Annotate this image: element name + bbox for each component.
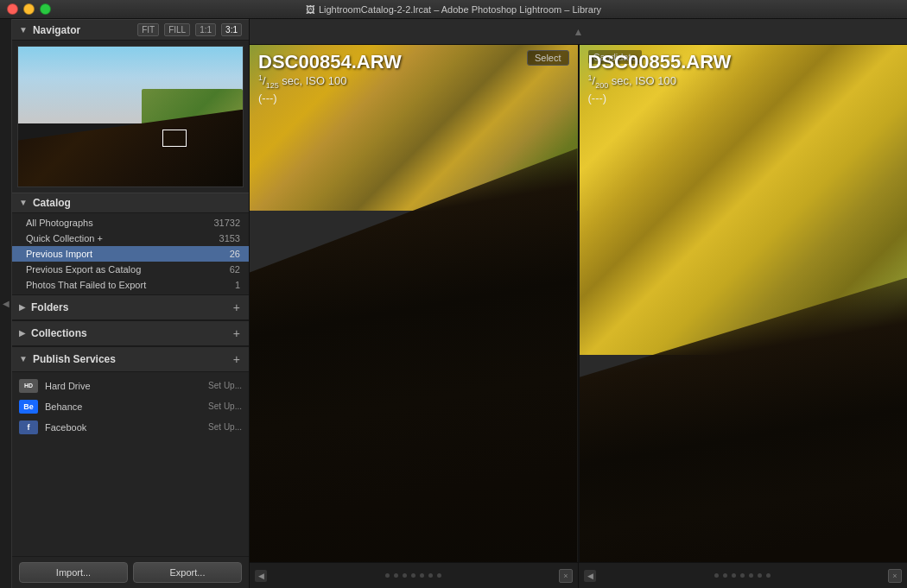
- left-photo-image: DSC00854.ARW 1/125 sec, ISO 100 (---) Se…: [250, 45, 578, 562]
- left-meta-shutter: 1/125 sec, ISO 100: [258, 73, 402, 92]
- strip-dot: [749, 573, 753, 578]
- facebook-icon: f: [19, 420, 38, 434]
- catalog-section: ▼ Catalog All Photographs 31732 Quick Co…: [12, 193, 249, 294]
- top-bar: ▲: [250, 19, 907, 45]
- collections-header[interactable]: ▶ Collections +: [12, 321, 249, 346]
- catalog-title: Catalog: [33, 197, 242, 209]
- catalog-triangle-icon: ▼: [19, 198, 28, 207]
- collections-triangle-icon: ▶: [19, 328, 26, 338]
- left-strip-panel: ◀ ×: [250, 562, 578, 588]
- left-photo-panel: DSC00854.ARW 1/125 sec, ISO 100 (---) Se…: [250, 45, 578, 562]
- navigator-preview[interactable]: [17, 46, 244, 187]
- facebook-setup-btn[interactable]: Set Up...: [208, 422, 242, 432]
- catalog-quick-label: Quick Collection +: [26, 233, 219, 243]
- collections-title: Collections: [31, 327, 232, 339]
- left-earth: [250, 149, 578, 562]
- harddrive-setup-btn[interactable]: Set Up...: [208, 381, 242, 390]
- catalog-failed-count: 1: [235, 280, 240, 290]
- navigator-triangle-icon: ▼: [19, 25, 28, 35]
- preview-image: [18, 47, 243, 187]
- left-strip-dots: [270, 573, 555, 578]
- sidebar: ▼ Navigator FIT FILL 1:1 3:1 ▼: [12, 19, 250, 588]
- folders-triangle-icon: ▶: [19, 302, 26, 312]
- collapse-arrow-icon: ◀: [3, 299, 10, 308]
- strip-dot: [394, 573, 398, 578]
- right-strip-close-button[interactable]: ×: [888, 569, 902, 583]
- strip-dot: [403, 573, 407, 578]
- left-strip-expand-icon[interactable]: ◀: [255, 570, 267, 582]
- harddrive-label: Hard Drive: [45, 381, 208, 391]
- compare-area: DSC00854.ARW 1/125 sec, ISO 100 (---) Se…: [250, 45, 907, 562]
- expand-icon: ▲: [574, 26, 584, 38]
- catalog-item-prev-export[interactable]: Previous Export as Catalog 62: [12, 262, 249, 277]
- left-photo-info: DSC00854.ARW 1/125 sec, ISO 100 (---): [258, 52, 402, 104]
- window-title: 🖼 LightroomCatalog-2-2.lrcat – Adobe Pho…: [306, 4, 601, 15]
- publish-harddrive[interactable]: HD Hard Drive Set Up...: [12, 376, 249, 396]
- publish-content: HD Hard Drive Set Up... Be Behance Set U…: [12, 372, 249, 441]
- import-button[interactable]: Import...: [19, 562, 128, 583]
- content-area: ▲ DSC00854.ARW 1/125 sec, ISO 100 (---): [250, 19, 907, 588]
- catalog-all-label: All Photographs: [26, 218, 213, 228]
- nav-1-1-btn[interactable]: 1:1: [195, 23, 216, 36]
- strip-dot: [740, 573, 745, 578]
- navigator-buttons: FIT FILL 1:1 3:1: [137, 23, 242, 36]
- catalog-item-all[interactable]: All Photographs 31732: [12, 215, 249, 231]
- titlebar-buttons: [7, 3, 51, 15]
- right-meta-shutter: 1/200 sec, ISO 100: [588, 73, 732, 92]
- right-strip-panel: ◀ ×: [578, 562, 907, 588]
- right-strip-dots: [599, 573, 885, 578]
- folders-section: ▶ Folders +: [12, 294, 249, 320]
- publish-title: Publish Services: [33, 353, 232, 365]
- strip-dot: [411, 573, 415, 578]
- publish-section: ▼ Publish Services + HD Hard Drive Set U…: [12, 346, 249, 441]
- catalog-header[interactable]: ▼ Catalog: [12, 193, 249, 213]
- catalog-item-quick[interactable]: Quick Collection + 3153: [12, 231, 249, 246]
- select-button[interactable]: Select: [527, 50, 569, 66]
- right-photo-info: DSC00855.ARW 1/200 sec, ISO 100 (---): [588, 52, 732, 104]
- right-photo-image: Candidate DSC00855.ARW 1/200 sec, ISO 10…: [580, 45, 908, 562]
- catalog-item-previous-import[interactable]: Previous Import 26: [12, 246, 249, 262]
- right-photo-panel: Candidate DSC00855.ARW 1/200 sec, ISO 10…: [578, 45, 908, 562]
- publish-header[interactable]: ▼ Publish Services +: [12, 347, 249, 372]
- strip-dot: [428, 573, 433, 578]
- strip-dot: [758, 573, 762, 578]
- catalog-prevexport-label: Previous Export as Catalog: [26, 264, 230, 275]
- facebook-label: Facebook: [45, 422, 208, 433]
- behance-label: Behance: [45, 401, 208, 412]
- sidebar-collapse-handle[interactable]: ◀: [0, 19, 12, 588]
- catalog-previmport-count: 26: [230, 249, 240, 259]
- catalog-all-count: 31732: [213, 218, 240, 228]
- catalog-items: All Photographs 31732 Quick Collection +…: [12, 213, 249, 294]
- nav-fit-btn[interactable]: FIT: [137, 23, 159, 36]
- navigator-header[interactable]: ▼ Navigator FIT FILL 1:1 3:1: [12, 19, 249, 41]
- publish-facebook[interactable]: f Facebook Set Up...: [12, 417, 249, 438]
- publish-behance[interactable]: Be Behance Set Up...: [12, 396, 249, 417]
- export-button[interactable]: Export...: [133, 562, 242, 583]
- catalog-failed-label: Photos That Failed to Export: [26, 280, 235, 290]
- minimize-button[interactable]: [23, 3, 35, 15]
- app-icon: 🖼: [306, 4, 315, 15]
- collections-add-button[interactable]: +: [232, 326, 242, 340]
- right-filename: DSC00855.ARW: [588, 52, 732, 73]
- folders-header[interactable]: ▶ Folders +: [12, 295, 249, 320]
- main-layout: ◀ ▼ Navigator FIT FILL 1:1 3:1: [0, 19, 907, 588]
- nav-3-1-btn[interactable]: 3:1: [221, 23, 242, 36]
- strip-dot: [437, 573, 441, 578]
- folders-add-button[interactable]: +: [232, 300, 242, 314]
- bottom-buttons: Import... Export...: [12, 556, 249, 588]
- left-meta-dash: (---): [258, 92, 402, 104]
- nav-fill-btn[interactable]: FILL: [164, 23, 190, 36]
- catalog-item-failed[interactable]: Photos That Failed to Export 1: [12, 277, 249, 293]
- behance-setup-btn[interactable]: Set Up...: [208, 401, 242, 411]
- close-button[interactable]: [7, 3, 18, 15]
- collections-section: ▶ Collections +: [12, 320, 249, 346]
- publish-add-button[interactable]: +: [232, 352, 242, 366]
- maximize-button[interactable]: [40, 3, 51, 15]
- strip-dot: [714, 573, 719, 578]
- strip-dot: [723, 573, 727, 578]
- folders-title: Folders: [31, 301, 232, 313]
- right-strip-expand-icon[interactable]: ◀: [584, 570, 596, 582]
- titlebar: 🖼 LightroomCatalog-2-2.lrcat – Adobe Pho…: [0, 0, 907, 19]
- left-strip-close-button[interactable]: ×: [559, 569, 573, 583]
- behance-icon: Be: [19, 400, 38, 414]
